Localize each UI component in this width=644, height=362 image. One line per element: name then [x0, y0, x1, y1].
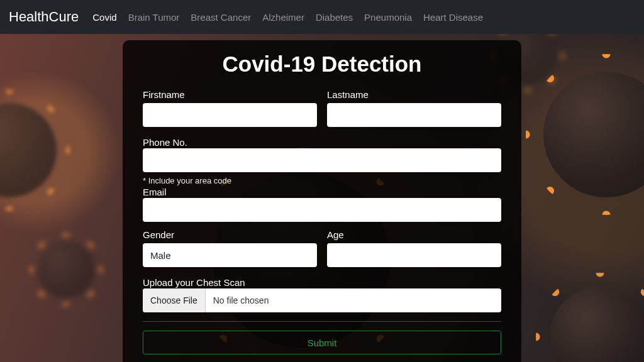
file-status-text: No file chosen: [206, 288, 501, 312]
email-label: Email: [143, 187, 167, 197]
hero-background: Covid-19 Detection Firstname Lastname Ph…: [0, 34, 644, 362]
virus-icon: [543, 72, 644, 197]
virus-icon: [0, 103, 57, 197]
divider: [143, 321, 501, 322]
upload-label: Upload your Chest Scan: [143, 277, 245, 288]
phone-input[interactable]: [143, 148, 501, 172]
nav-pneumonia[interactable]: Pneumonia: [364, 12, 412, 23]
firstname-label: Firstname: [143, 89, 317, 100]
submit-button[interactable]: Submit: [143, 331, 501, 354]
firstname-input[interactable]: [143, 103, 317, 127]
email-input[interactable]: [143, 198, 501, 222]
age-input[interactable]: [327, 243, 501, 267]
nav-alzheimer[interactable]: Alzheimer: [262, 12, 304, 23]
nav-brain-tumor[interactable]: Brain Tumor: [128, 12, 180, 23]
lastname-input[interactable]: [327, 103, 501, 127]
detection-form-card: Covid-19 Detection Firstname Lastname Ph…: [123, 40, 521, 362]
gender-label: Gender: [143, 229, 317, 240]
lastname-label: Lastname: [327, 89, 501, 100]
phone-help-text: * Include your area code: [143, 176, 501, 185]
brand-logo[interactable]: HealthCure: [9, 9, 79, 25]
choose-file-button[interactable]: Choose File: [143, 288, 206, 312]
form-title: Covid-19 Detection: [143, 52, 501, 77]
phone-label: Phone No.: [143, 137, 187, 148]
gender-select[interactable]: Male Female: [143, 243, 317, 267]
nav-diabetes[interactable]: Diabetes: [316, 12, 353, 23]
nav-covid[interactable]: Covid: [92, 12, 116, 23]
nav-breast-cancer[interactable]: Breast Cancer: [191, 12, 251, 23]
navbar: HealthCure Covid Brain Tumor Breast Canc…: [0, 0, 644, 34]
nav-heart-disease[interactable]: Heart Disease: [423, 12, 483, 23]
file-input[interactable]: Choose File No file chosen: [143, 288, 501, 312]
age-label: Age: [327, 229, 501, 240]
virus-icon: [38, 241, 94, 298]
virus-icon: [550, 287, 644, 362]
